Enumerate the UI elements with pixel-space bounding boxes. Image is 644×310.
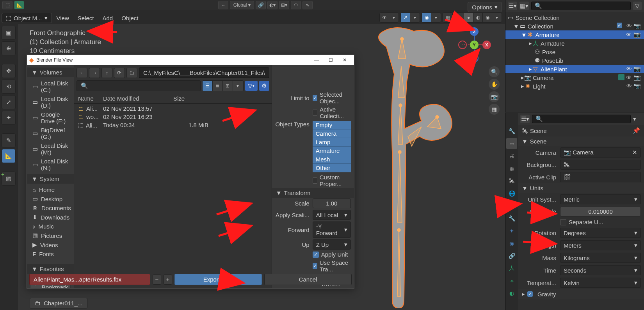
eye-icon[interactable]: 👁 xyxy=(626,83,632,90)
mode-dropdown[interactable]: ⬚ Object M... ▾ xyxy=(2,13,52,23)
display-dropdown[interactable]: ▾ xyxy=(233,81,243,91)
time-dropdown[interactable]: Seconds▾ xyxy=(560,265,641,275)
volumes-header[interactable]: ▼ Volumes xyxy=(27,67,74,77)
props-search[interactable]: 🔍 xyxy=(532,115,631,123)
nav-ortho[interactable]: ▦ xyxy=(489,104,500,115)
length-dropdown[interactable]: Meters▾ xyxy=(560,240,641,250)
obj-type[interactable]: Mesh xyxy=(313,155,351,164)
background-dropdown[interactable]: 🛰 xyxy=(560,160,641,170)
outliner-view-mode[interactable]: ▦▾ xyxy=(519,2,529,10)
eye-icon[interactable]: 👁 xyxy=(626,74,632,81)
camera-dropdown[interactable]: 📷 Camera✕ xyxy=(560,147,641,158)
path-field[interactable]: C:\_MyFilesC\___BookFiles\Chapter011_Fil… xyxy=(139,67,269,78)
tree-scene-collection[interactable]: ▭ Scene Collection xyxy=(505,13,644,22)
prop-tab-object[interactable]: ▣ xyxy=(506,200,517,211)
shading-rendered[interactable]: ◉ xyxy=(483,13,492,22)
nav-forward[interactable]: → xyxy=(89,68,100,78)
up-dropdown[interactable]: Z Up▾ xyxy=(313,239,351,250)
nav-pan[interactable]: ✋ xyxy=(489,79,500,90)
curve-dd[interactable]: ∿ xyxy=(302,1,313,9)
curve-icon[interactable]: ◠ xyxy=(291,1,301,9)
proportional-edit[interactable]: ⊞▾ xyxy=(279,1,289,9)
system-item-documents[interactable]: 🗎Documents xyxy=(27,204,74,213)
gravity-section[interactable]: ▸ ✓ Gravity xyxy=(518,289,644,299)
shading-dropdown[interactable]: ▾ xyxy=(492,13,502,22)
eye-icon[interactable]: 👁 xyxy=(626,31,632,38)
settings-button[interactable]: ⚙ xyxy=(259,81,269,91)
tool-add-cube[interactable]: ▨+ xyxy=(2,172,16,186)
unit-system-dropdown[interactable]: Metric▾ xyxy=(560,194,641,204)
gizmo-dropdown[interactable]: ▾ xyxy=(410,13,420,22)
prop-tab-physics[interactable]: ◉ xyxy=(506,238,517,249)
gravity-checkbox[interactable]: ✓ xyxy=(527,291,533,297)
selected-objects-checkbox[interactable]: ✓ xyxy=(313,95,317,101)
separate-units-checkbox[interactable] xyxy=(560,219,566,225)
volume-item[interactable]: ▭Local Disk (N:) xyxy=(27,157,74,172)
outliner-filter[interactable]: ▽ xyxy=(633,2,642,10)
system-item-downloads[interactable]: ⬇Downloads xyxy=(27,213,74,222)
volume-item[interactable]: ▭Local Disk (M:) xyxy=(27,141,74,157)
window-minimize[interactable]: — xyxy=(310,55,324,65)
tool-transform[interactable]: ✦ xyxy=(2,111,16,125)
file-column-headers[interactable]: Name Date Modified Size xyxy=(74,94,272,104)
tree-item-pose[interactable]: ⚇ Pose xyxy=(505,48,644,56)
volume-item[interactable]: ▭Local Disk (D:) xyxy=(27,94,74,110)
active-collection-checkbox[interactable] xyxy=(313,110,317,116)
filename-field[interactable]: AlienPlant_Mas...apterResults.fbx xyxy=(29,274,150,285)
units-section[interactable]: ▼ Units xyxy=(518,183,644,193)
scale-field[interactable]: 1.00 xyxy=(313,198,351,208)
obj-type[interactable]: Camera xyxy=(313,129,351,138)
export-fbx-button[interactable]: Export FBX xyxy=(174,274,262,285)
user-perspective-icon[interactable]: ⬚ xyxy=(2,1,12,9)
prop-tab-constraint[interactable]: 🔗 xyxy=(506,250,517,261)
prop-tab-scene[interactable]: 🛰 xyxy=(506,175,517,186)
nav-zoom[interactable]: 🔍 xyxy=(489,66,500,77)
window-close[interactable]: ✕ xyxy=(338,55,352,65)
prop-tab-viewlayer[interactable]: ▦ xyxy=(506,163,517,174)
tool-annotate[interactable]: ✎ xyxy=(2,133,16,147)
nav-up[interactable]: ↑ xyxy=(101,68,112,78)
nav-refresh[interactable]: ⟳ xyxy=(114,68,125,78)
system-item-music[interactable]: ♪Music xyxy=(27,222,74,231)
object-types-list[interactable]: Empty Camera Lamp Armature Mesh Other xyxy=(313,121,351,172)
gizmo-toggle[interactable]: ↗ xyxy=(401,13,410,22)
tool-scale[interactable]: ⤢ xyxy=(2,95,16,109)
apply-unit-checkbox[interactable]: ✓ xyxy=(313,252,319,258)
system-item-videos[interactable]: ▶Videos xyxy=(27,240,74,250)
prop-tab-modifier[interactable]: 🔧 xyxy=(506,213,517,224)
nav-camera[interactable]: 📷 xyxy=(489,91,500,102)
overlay-toggle[interactable]: ◉ xyxy=(422,13,431,22)
tool-select-box[interactable]: ▣ xyxy=(2,26,16,40)
transform-section-header[interactable]: ▼ Transform xyxy=(272,188,354,198)
render-icon[interactable]: 📷 xyxy=(633,23,641,30)
menu-select[interactable]: Select xyxy=(74,13,98,23)
file-row[interactable]: 🗀wo... 02 Nov 2021 16:23 xyxy=(78,113,268,121)
prop-tab-particles[interactable]: ✦ xyxy=(506,225,517,236)
nav-back[interactable]: ← xyxy=(76,68,87,78)
axis-y[interactable]: Y xyxy=(470,41,479,49)
col-name[interactable]: Name xyxy=(78,95,103,102)
outliner-display-mode[interactable]: ☰▾ xyxy=(508,2,517,10)
obj-type[interactable]: Other xyxy=(313,164,351,172)
filename-plus[interactable]: + xyxy=(164,275,172,285)
file-browser-titlebar[interactable]: ◆ Blender File View — ☐ ✕ xyxy=(27,55,354,65)
props-context-dd[interactable]: ☰▾ xyxy=(520,115,530,123)
pin-icon[interactable]: 📌 xyxy=(633,127,640,134)
tool-cursor[interactable]: ⊕ xyxy=(2,41,16,55)
shading-solid[interactable]: ● xyxy=(464,13,473,22)
use-space-checkbox[interactable]: ✓ xyxy=(313,263,317,269)
volume-item[interactable]: ▭Local Disk (C:) xyxy=(27,79,74,94)
system-item-home[interactable]: ⌂Home xyxy=(27,185,74,194)
shading-matprev[interactable]: ◐ xyxy=(473,13,483,22)
volume-item[interactable]: ▭Google Drive (E:) xyxy=(27,110,74,126)
eye-icon[interactable]: 👁 xyxy=(626,66,632,73)
col-size[interactable]: Size xyxy=(173,95,208,102)
nav-new-folder[interactable]: 🗀 xyxy=(126,68,137,78)
tree-item-light[interactable]: ▸✺ Light 👁📷 xyxy=(505,82,644,90)
outliner-search[interactable]: 🔍 xyxy=(531,2,631,10)
collection-enable-checkbox[interactable]: ✓ xyxy=(617,23,622,28)
tree-item-armature[interactable]: ▼✱ Armature 👁📷 xyxy=(505,30,644,39)
system-header[interactable]: ▼ System xyxy=(27,174,74,184)
forward-dropdown[interactable]: -Y Forward▾ xyxy=(313,221,351,238)
snap-dropdown[interactable]: ◐▾ xyxy=(267,1,278,9)
